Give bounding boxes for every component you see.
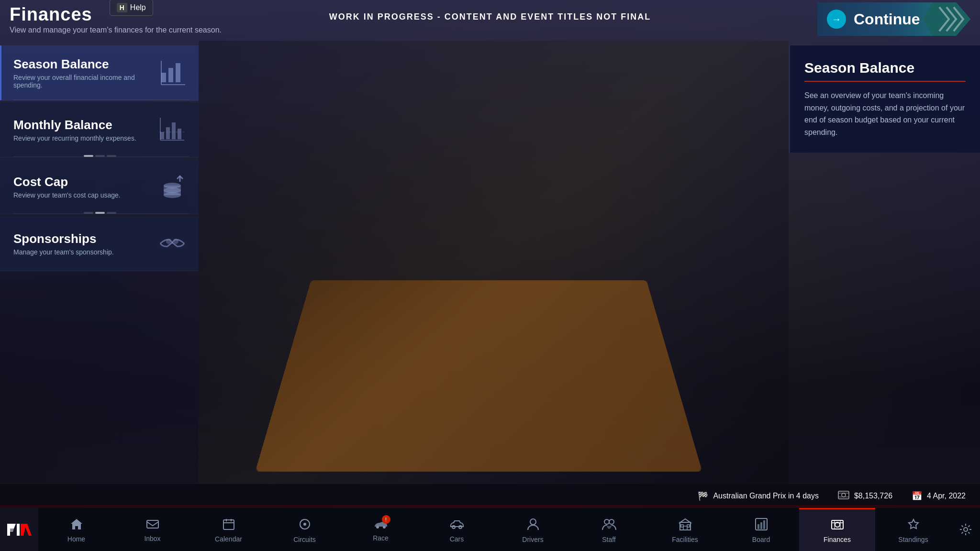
inbox-icon: [146, 518, 159, 532]
top-right-section: → Continue: [817, 2, 970, 36]
scroll-dots-2: [84, 212, 116, 214]
monthly-balance-icon: [156, 113, 189, 146]
status-bar: 🏁 Australian Grand Prix in 4 days $8,153…: [0, 484, 980, 508]
settings-button[interactable]: [951, 508, 980, 551]
svg-rect-6: [166, 127, 170, 139]
svg-rect-8: [178, 129, 181, 139]
nav-standings-label: Standings: [898, 536, 928, 543]
left-menu: Season Balance Review your overall finan…: [0, 45, 199, 273]
nav-items: Home Inbox Calendar: [38, 508, 951, 551]
nav-circuits-label: Circuits: [293, 536, 316, 543]
race-flag-icon: 🏁: [698, 491, 708, 501]
nav-item-inbox[interactable]: Inbox: [114, 508, 190, 551]
svg-point-36: [604, 519, 609, 524]
svg-rect-45: [763, 520, 765, 529]
nav-item-home[interactable]: Home: [38, 508, 114, 551]
nav-board-label: Board: [752, 536, 770, 543]
nav-facilities-label: Facilities: [672, 536, 698, 543]
bottom-navigation: Home Inbox Calendar: [0, 508, 980, 551]
svg-rect-7: [172, 122, 176, 139]
race-badge: !: [382, 515, 390, 524]
nav-item-standings[interactable]: Standings: [875, 508, 951, 551]
nav-item-board[interactable]: Board: [723, 508, 799, 551]
continue-button[interactable]: → Continue: [817, 2, 970, 36]
f1-logo: [0, 508, 38, 551]
title-section: Finances H Help View and manage your tea…: [10, 4, 222, 34]
nav-item-drivers[interactable]: Drivers: [495, 508, 571, 551]
svg-rect-1: [168, 68, 173, 82]
nav-item-circuits[interactable]: Circuits: [267, 508, 343, 551]
scroll-dots: [84, 155, 116, 157]
nav-drivers-label: Drivers: [522, 536, 543, 543]
svg-point-30: [303, 523, 306, 526]
svg-rect-2: [176, 63, 180, 82]
nav-staff-label: Staff: [602, 536, 616, 543]
nav-item-finances[interactable]: Finances: [799, 508, 875, 551]
svg-point-16: [164, 183, 181, 188]
right-panel: Season Balance See an overview of your t…: [789, 45, 980, 153]
svg-point-32: [383, 526, 386, 529]
finances-icon: [831, 518, 844, 533]
menu-item-season-balance[interactable]: Season Balance Review your overall finan…: [0, 45, 199, 100]
nav-item-staff[interactable]: Staff: [571, 508, 647, 551]
money-icon: [838, 491, 849, 502]
board-icon: [755, 518, 768, 533]
status-race-text: Australian Grand Prix in 4 days: [713, 492, 819, 500]
svg-point-21: [842, 493, 846, 497]
calendar-nav-icon: [223, 518, 235, 532]
svg-rect-20: [838, 491, 849, 499]
sponsorships-desc: Manage your team's sponsorship.: [13, 248, 114, 256]
nav-item-cars[interactable]: Cars: [419, 508, 495, 551]
standings-icon: [907, 518, 920, 533]
cost-cap-title: Cost Cap: [13, 175, 121, 189]
svg-point-31: [376, 526, 379, 529]
svg-rect-40: [681, 525, 683, 527]
svg-point-51: [964, 528, 968, 531]
help-button[interactable]: H Help: [110, 0, 153, 16]
nav-finances-label: Finances: [824, 536, 851, 543]
sponsorships-icon: [156, 227, 189, 260]
cars-icon: [450, 518, 464, 532]
sponsorships-text: Sponsorships Manage your team's sponsors…: [13, 231, 114, 256]
menu-item-sponsorships[interactable]: Sponsorships Manage your team's sponsors…: [0, 216, 199, 271]
cost-cap-text: Cost Cap Review your team's cost cap usa…: [13, 175, 121, 199]
nav-cars-label: Cars: [450, 535, 464, 543]
right-panel-description: See an overview of your team's incoming …: [804, 89, 966, 138]
cost-cap-desc: Review your team's cost cap usage.: [13, 191, 121, 199]
nav-item-calendar[interactable]: Calendar: [190, 508, 267, 551]
nav-item-race[interactable]: ! Race: [343, 508, 419, 551]
nav-item-facilities[interactable]: Facilities: [647, 508, 723, 551]
status-race: 🏁 Australian Grand Prix in 4 days: [698, 491, 819, 501]
svg-rect-24: [147, 520, 158, 528]
settings-icon: [959, 523, 972, 536]
svg-rect-5: [160, 132, 164, 139]
status-date-text: 4 Apr, 2022: [927, 492, 966, 500]
staff-icon: [602, 518, 616, 533]
status-balance-text: $8,153,726: [854, 492, 892, 500]
svg-rect-0: [161, 73, 166, 82]
season-balance-desc: Review your overall financial income and…: [13, 74, 157, 89]
room-decoration: [199, 41, 789, 484]
nav-home-label: Home: [67, 535, 85, 543]
nav-calendar-label: Calendar: [215, 535, 242, 543]
help-label: Help: [130, 3, 146, 12]
svg-rect-44: [760, 522, 762, 529]
season-balance-icon: [157, 56, 189, 89]
menu-item-cost-cap[interactable]: Cost Cap Review your team's cost cap usa…: [0, 159, 199, 214]
drivers-icon: [527, 518, 539, 533]
page-title: Finances: [10, 4, 92, 25]
nav-inbox-label: Inbox: [144, 535, 160, 542]
season-balance-text: Season Balance Review your overall finan…: [13, 57, 157, 89]
facilities-icon: [678, 518, 692, 533]
sponsorships-title: Sponsorships: [13, 231, 114, 246]
cost-cap-icon: [156, 170, 189, 203]
svg-point-35: [530, 519, 536, 525]
table-decoration: [255, 280, 702, 472]
season-balance-title: Season Balance: [13, 57, 157, 72]
menu-item-monthly-balance[interactable]: Monthly Balance Review your recurring mo…: [0, 102, 199, 157]
status-balance: $8,153,726: [838, 491, 892, 502]
top-bar: Finances H Help View and manage your tea…: [0, 0, 980, 38]
monthly-balance-desc: Review your recurring monthly expenses.: [13, 134, 136, 142]
svg-rect-46: [832, 520, 843, 529]
arrow-right-icon: →: [832, 14, 841, 25]
